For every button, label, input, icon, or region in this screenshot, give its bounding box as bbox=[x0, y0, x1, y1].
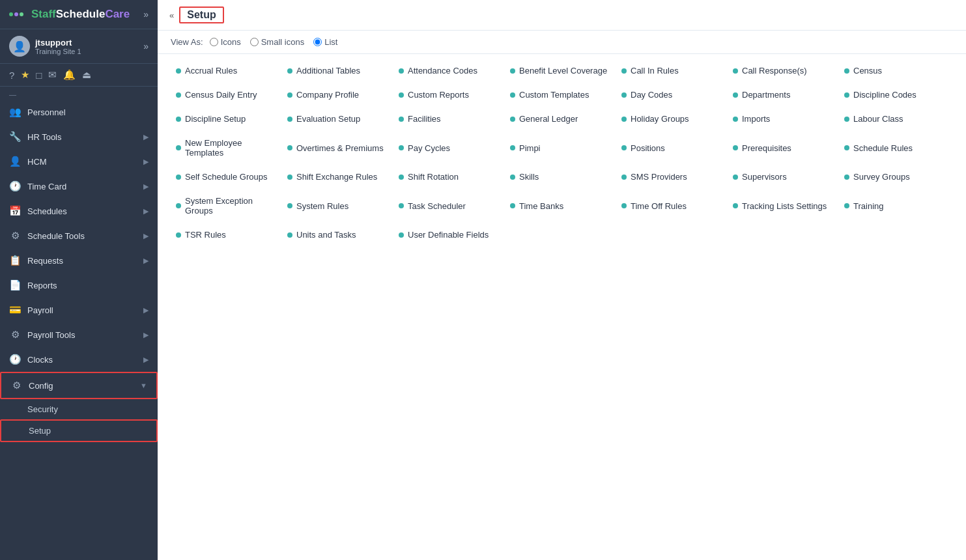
list-item[interactable]: Units and Tasks bbox=[285, 229, 393, 241]
list-item[interactable]: Accrual Rules bbox=[173, 64, 282, 77]
mail-icon[interactable]: ✉ bbox=[48, 69, 57, 81]
list-item[interactable]: Tracking Lists Settings bbox=[730, 195, 839, 217]
list-item bbox=[619, 229, 728, 241]
list-item[interactable]: SMS Providers bbox=[619, 171, 728, 183]
list-item[interactable]: Shift Rotation bbox=[396, 171, 505, 183]
list-item[interactable]: Imports bbox=[730, 113, 839, 125]
view-small-icons-option[interactable]: Small icons bbox=[250, 37, 304, 47]
view-list-option[interactable]: List bbox=[313, 37, 337, 47]
list-item[interactable]: Prerequisites bbox=[730, 137, 839, 159]
list-item[interactable]: Holiday Groups bbox=[619, 113, 728, 125]
sidebar-item-time-card[interactable]: 🕐 Time Card ▶ bbox=[0, 174, 158, 199]
grid-dot bbox=[399, 68, 404, 74]
list-item[interactable]: Departments bbox=[730, 89, 839, 101]
grid-item-label: Imports bbox=[742, 114, 770, 124]
sidebar-item-hcm[interactable]: 👤 HCM ▶ bbox=[0, 149, 158, 174]
hcm-arrow: ▶ bbox=[143, 158, 149, 166]
list-item[interactable]: Self Schedule Groups bbox=[173, 171, 282, 183]
grid-dot bbox=[733, 117, 738, 122]
sidebar-item-hr-tools[interactable]: 🔧 HR Tools ▶ bbox=[0, 124, 158, 149]
list-item[interactable]: Additional Tables bbox=[285, 64, 393, 77]
help-icon[interactable]: ? bbox=[9, 70, 14, 81]
grid-dot bbox=[287, 232, 292, 238]
list-item[interactable]: Benefit Level Coverage bbox=[507, 64, 616, 77]
sidebar-item-personnel[interactable]: 👥 Personnel bbox=[0, 100, 158, 124]
list-item[interactable]: Census Daily Entry bbox=[173, 89, 282, 101]
list-item[interactable]: System Exception Groups bbox=[173, 195, 282, 217]
user-collapse-icon[interactable]: » bbox=[143, 41, 149, 51]
hr-tools-arrow: ▶ bbox=[143, 133, 149, 141]
list-item[interactable]: Pimpi bbox=[507, 137, 616, 159]
list-item[interactable]: Shift Exchange Rules bbox=[285, 171, 393, 183]
view-as-label: View As: bbox=[171, 37, 203, 47]
user-site: Training Site 1 bbox=[35, 48, 81, 55]
view-list-label: List bbox=[324, 37, 337, 47]
list-item[interactable]: Time Off Rules bbox=[619, 195, 728, 217]
bell-icon[interactable]: 🔔 bbox=[63, 69, 76, 81]
grid-dot bbox=[733, 203, 738, 208]
list-item[interactable]: Schedule Rules bbox=[842, 137, 950, 159]
list-item[interactable]: Survey Groups bbox=[842, 171, 950, 183]
list-item[interactable]: Custom Templates bbox=[507, 89, 616, 101]
list-item[interactable]: Discipline Codes bbox=[842, 89, 950, 101]
grid-dot bbox=[176, 68, 181, 74]
grid-item-label: Positions bbox=[631, 143, 665, 153]
notes-icon[interactable]: □ bbox=[36, 70, 42, 81]
list-item[interactable]: Day Codes bbox=[619, 89, 728, 101]
logo-dot-1 bbox=[9, 12, 13, 16]
list-item[interactable]: Call In Rules bbox=[619, 64, 728, 77]
list-item[interactable]: Custom Reports bbox=[396, 89, 505, 101]
list-item[interactable]: TSR Rules bbox=[173, 229, 282, 241]
list-item[interactable]: User Definable Fields bbox=[396, 229, 505, 241]
sidebar-item-config[interactable]: ⚙ Config ▼ bbox=[0, 372, 158, 399]
list-item[interactable]: Positions bbox=[619, 137, 728, 159]
list-item[interactable]: General Ledger bbox=[507, 113, 616, 125]
clocks-label: Clocks bbox=[27, 355, 53, 365]
sidebar-item-requests[interactable]: 📋 Requests ▶ bbox=[0, 248, 158, 273]
reports-label: Reports bbox=[27, 281, 57, 290]
list-item[interactable]: Attendance Codes bbox=[396, 64, 505, 77]
star-icon[interactable]: ★ bbox=[21, 69, 29, 81]
view-small-icons-label: Small icons bbox=[261, 37, 304, 47]
schedules-icon: 📅 bbox=[9, 205, 21, 217]
power-icon[interactable]: ⏏ bbox=[82, 69, 91, 81]
grid-item-label: Pimpi bbox=[519, 143, 541, 153]
sidebar-subitem-security[interactable]: Security bbox=[0, 399, 158, 419]
list-item[interactable]: Facilities bbox=[396, 113, 505, 125]
sidebar-item-payroll[interactable]: 💳 Payroll ▶ bbox=[0, 298, 158, 322]
list-item[interactable]: New Employee Templates bbox=[173, 137, 282, 159]
list-item[interactable]: Call Response(s) bbox=[730, 64, 839, 77]
list-item[interactable]: Overtimes & Premiums bbox=[285, 137, 393, 159]
list-item[interactable]: System Rules bbox=[285, 195, 393, 217]
list-item[interactable]: Time Banks bbox=[507, 195, 616, 217]
grid-dot bbox=[844, 175, 849, 180]
view-icons-option[interactable]: Icons bbox=[210, 37, 241, 47]
list-item[interactable]: Census bbox=[842, 64, 950, 77]
list-item[interactable]: Pay Cycles bbox=[396, 137, 505, 159]
list-item[interactable]: Skills bbox=[507, 171, 616, 183]
grid-item-label: Training bbox=[853, 201, 883, 211]
list-item[interactable]: Labour Class bbox=[842, 113, 950, 125]
collapse-sidebar-button[interactable]: » bbox=[143, 9, 149, 20]
sidebar-item-reports[interactable]: 📄 Reports bbox=[0, 273, 158, 298]
requests-label: Requests bbox=[27, 256, 63, 266]
sidebar-subitem-setup[interactable]: Setup bbox=[0, 419, 158, 442]
view-list-radio[interactable] bbox=[313, 38, 322, 46]
list-item[interactable]: Training bbox=[842, 195, 950, 217]
list-item[interactable]: Discipline Setup bbox=[173, 113, 282, 125]
sidebar-item-clocks[interactable]: 🕐 Clocks ▶ bbox=[0, 347, 158, 372]
sidebar: StaffScheduleCare » 👤 jtsupport Training… bbox=[0, 0, 158, 560]
logo-text: StaffScheduleCare bbox=[31, 8, 130, 21]
list-item[interactable]: Evaluation Setup bbox=[285, 113, 393, 125]
view-small-icons-radio[interactable] bbox=[250, 38, 259, 46]
back-icon[interactable]: « bbox=[169, 10, 174, 20]
config-arrow: ▼ bbox=[140, 382, 147, 389]
sidebar-item-payroll-tools[interactable]: ⚙ Payroll Tools ▶ bbox=[0, 322, 158, 347]
sidebar-item-schedules[interactable]: 📅 Schedules ▶ bbox=[0, 199, 158, 223]
list-item[interactable]: Company Profile bbox=[285, 89, 393, 101]
list-item[interactable]: Task Scheduler bbox=[396, 195, 505, 217]
list-item[interactable]: Supervisors bbox=[730, 171, 839, 183]
sidebar-item-schedule-tools[interactable]: ⚙ Schedule Tools ▶ bbox=[0, 223, 158, 248]
grid-item-label: Discipline Setup bbox=[185, 114, 246, 124]
view-icons-radio[interactable] bbox=[210, 38, 218, 46]
